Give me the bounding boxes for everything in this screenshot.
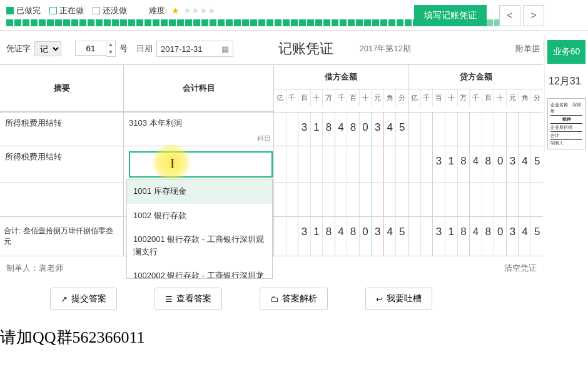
voucher-number-input[interactable] [75, 41, 106, 56]
credit-amount[interactable] [408, 113, 543, 146]
dropdown-item[interactable]: 1002002 银行存款 - 工商银行深圳龙华 [127, 264, 272, 279]
voucher-title: 记账凭证 [278, 39, 333, 58]
action-row: ↗提交答案 ☰查看答案 🗀答案解析 ↩我要吐槽 [0, 280, 588, 318]
total-label: 合计: 叁佰壹拾捌万肆仟捌佰零叁元 [0, 217, 124, 256]
debit-amount[interactable] [274, 146, 408, 183]
voucher-header: 凭证字 记 ▲ ▼ 号 日期 2017-12-31 ▦ 记账凭证 2017年第1… [0, 30, 588, 64]
subject-cell[interactable]: 3103 本年利润科目 [124, 113, 274, 146]
side-panel: 业务60 12月31 企业名称：深圳星 税种 企业所得税 合计 制表人 [544, 38, 588, 152]
dropdown-item[interactable]: 1002 银行存款 [127, 204, 272, 228]
subject-cell[interactable]: I1001 库存现金1002 银行存款1002001 银行存款 - 工商银行深圳… [124, 146, 274, 183]
summary-cell[interactable]: 所得税费用结转 [0, 146, 124, 183]
analysis-button[interactable]: 🗀答案解析 [260, 288, 328, 310]
maker-label: 制单人：袁老师 [6, 263, 63, 274]
view-answer-button[interactable]: ☰查看答案 [155, 288, 222, 310]
summary-cell[interactable] [0, 183, 124, 216]
num-up-button[interactable]: ▲ [106, 41, 115, 49]
side-badge: 业务60 [547, 40, 585, 64]
date-label: 日期 [136, 43, 153, 54]
calendar-icon: ▦ [221, 44, 229, 54]
list-icon: ☰ [165, 294, 173, 304]
back-icon: ↩ [376, 294, 383, 304]
submit-answer-button[interactable]: ↗提交答案 [50, 288, 117, 310]
voucher-hao-label: 号 [119, 43, 128, 54]
clear-voucher-link[interactable]: 清空凭证 [504, 263, 537, 274]
folder-icon: 🗀 [270, 294, 278, 304]
fill-voucher-button[interactable]: 填写记账凭证 [414, 5, 487, 26]
feedback-button[interactable]: ↩我要吐槽 [365, 288, 432, 310]
legend-done: 已做完 [6, 5, 41, 16]
star-icon: ★ [171, 6, 180, 16]
subject-input[interactable] [129, 151, 273, 178]
date-picker[interactable]: 2017-12-31 ▦ [156, 41, 233, 57]
legend: 已做完 正在做 还没做 [6, 5, 127, 16]
table-row: 所得税费用结转I1001 库存现金1002 银行存款1002001 银行存款 -… [0, 146, 543, 183]
credit-amount[interactable]: 318480345 [408, 146, 543, 183]
debit-amount[interactable] [274, 183, 408, 216]
summary-cell[interactable]: 所得税费用结转 [0, 113, 124, 146]
voucher-table: 摘要 会计科目 借方金额 亿千百十万千百十元角分 贷方金额 亿千百十万千百十元角… [0, 64, 543, 256]
difficulty: 难度: ★ ★★★★ [149, 5, 216, 16]
top-bar: 已做完 正在做 还没做 难度: ★ ★★★★ 填写记账凭证 < > [0, 0, 588, 19]
col-summary: 摘要 [0, 65, 123, 112]
voucher-word-select[interactable]: 记 [34, 41, 61, 56]
next-button[interactable]: > [523, 5, 544, 26]
side-thumbnail[interactable]: 企业名称：深圳星 税种 企业所得税 合计 制表人 [547, 98, 585, 149]
voucher-period: 2017年第12期 [360, 43, 411, 54]
side-date: 12月31 [547, 64, 585, 93]
table-row: 所得税费用结转3103 本年利润科目318480345 [0, 113, 543, 146]
dropdown-item[interactable]: 1002001 银行存款 - 工商银行深圳观澜支行 [127, 228, 272, 264]
dropdown-item[interactable]: 1001 库存现金 [127, 179, 272, 204]
credit-amount[interactable] [408, 183, 543, 216]
legend-todo: 还没做 [93, 5, 127, 16]
prev-button[interactable]: < [499, 5, 520, 26]
col-subject: 会计科目 [124, 65, 273, 112]
num-down-button[interactable]: ▼ [106, 49, 115, 56]
subject-hint: 科目 [257, 134, 271, 143]
voucher-word-label: 凭证字 [6, 43, 31, 54]
legend-doing: 正在做 [49, 5, 84, 16]
subject-dropdown[interactable]: 1001 库存现金1002 银行存款1002001 银行存款 - 工商银行深圳观… [126, 179, 273, 279]
col-debit: 借方金额 [274, 65, 408, 89]
qq-overlay-text: 请加QQ群562366011 [0, 326, 145, 348]
col-credit: 贷方金额 [408, 65, 543, 89]
debit-amount[interactable]: 318480345 [274, 113, 408, 146]
attach-label: 附单据 [515, 43, 540, 54]
external-icon: ↗ [61, 294, 68, 304]
